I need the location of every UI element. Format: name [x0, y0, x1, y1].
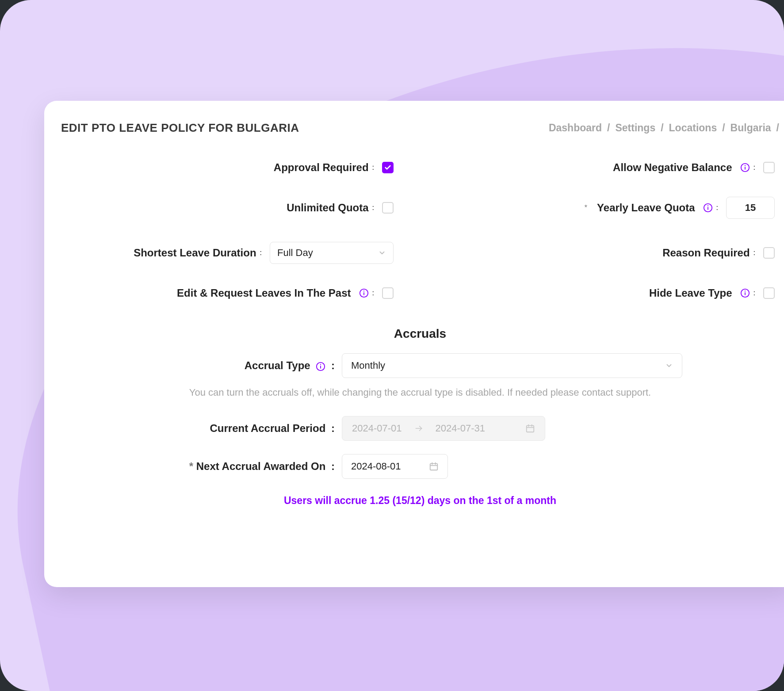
field-current-accrual-period: Current Accrual Period : 2024-07-01 2024… — [57, 416, 784, 441]
field-allow-negative: Allow Negative Balance : — [447, 161, 775, 174]
field-shortest-duration: Shortest Leave Duration : Full Day — [65, 242, 394, 264]
chevron-down-icon — [665, 362, 673, 370]
checkbox-approval-required[interactable] — [382, 162, 394, 173]
colon: : — [716, 204, 718, 212]
required-marker: * — [189, 460, 193, 472]
colon: : — [260, 249, 262, 257]
field-accrual-type: Accrual Type : Monthly — [57, 353, 784, 378]
svg-rect-20 — [430, 464, 438, 470]
calendar-icon — [525, 424, 535, 433]
svg-point-11 — [744, 290, 745, 291]
checkbox-allow-negative[interactable] — [763, 162, 775, 173]
svg-rect-16 — [527, 426, 534, 432]
colon: : — [753, 249, 755, 257]
field-edit-past: Edit & Request Leaves In The Past : — [65, 287, 394, 299]
breadcrumb-separator: / — [661, 122, 663, 134]
accrual-note: You can turn the accruals off, while cha… — [155, 387, 685, 398]
colon: : — [372, 204, 374, 212]
label-hide-leave-type: Hide Leave Type — [649, 287, 732, 299]
label-current-accrual-period-text: Current Accrual Period — [210, 422, 325, 434]
breadcrumb-separator: / — [722, 122, 725, 134]
checkbox-reason-required[interactable] — [763, 247, 775, 259]
field-approval-required: Approval Required : — [65, 161, 394, 174]
main-panel: EDIT PTO LEAVE POLICY FOR BULGARIA Dashb… — [44, 101, 784, 587]
svg-point-8 — [363, 290, 364, 291]
checkbox-hide-leave-type[interactable] — [763, 287, 775, 299]
background-card: EDIT PTO LEAVE POLICY FOR BULGARIA Dashb… — [0, 0, 784, 691]
date-next-accrual-value: 2024-08-01 — [351, 461, 401, 472]
input-yearly-quota[interactable]: 15 — [726, 197, 775, 219]
label-current-accrual-period: Current Accrual Period : — [158, 422, 335, 435]
field-reason-required: Reason Required : — [447, 247, 775, 259]
breadcrumb: Dashboard / Settings / Locations / Bulga… — [549, 122, 779, 134]
label-next-accrual-awarded: * Next Accrual Awarded On : — [158, 460, 335, 473]
label-yearly-quota: Yearly Leave Quota — [597, 202, 695, 214]
accrue-formula-note: Users will accrue 1.25 (15/12) days on t… — [57, 495, 784, 507]
info-icon[interactable] — [316, 362, 325, 371]
select-accrual-type[interactable]: Monthly — [342, 353, 682, 378]
breadcrumb-separator: / — [776, 122, 779, 134]
svg-point-2 — [744, 165, 745, 166]
label-accrual-type: Accrual Type : — [158, 359, 335, 372]
date-next-accrual-awarded[interactable]: 2024-08-01 — [342, 454, 448, 479]
chevron-down-icon — [378, 249, 386, 257]
colon: : — [753, 164, 755, 172]
label-next-accrual-awarded-text: Next Accrual Awarded On — [196, 460, 326, 472]
info-icon[interactable] — [359, 288, 369, 298]
date-range-current-accrual: 2024-07-01 2024-07-31 — [342, 416, 545, 441]
label-reason-required: Reason Required — [662, 247, 750, 259]
colon: : — [753, 289, 755, 297]
required-marker: * — [585, 204, 587, 212]
breadcrumb-separator: / — [607, 122, 610, 134]
form-grid: Approval Required : Allow Negative Balan… — [57, 161, 784, 299]
checkbox-edit-past[interactable] — [382, 287, 394, 299]
field-unlimited-quota: Unlimited Quota : — [65, 202, 394, 214]
label-unlimited-quota: Unlimited Quota — [287, 202, 368, 214]
label-shortest-duration: Shortest Leave Duration — [134, 247, 256, 259]
label-accrual-type-text: Accrual Type — [245, 359, 310, 371]
date-range-start: 2024-07-01 — [352, 423, 402, 434]
select-shortest-duration[interactable]: Full Day — [270, 242, 394, 264]
svg-point-5 — [707, 205, 708, 206]
check-icon — [384, 164, 391, 171]
field-hide-leave-type: Hide Leave Type : — [447, 287, 775, 299]
svg-point-14 — [320, 364, 321, 365]
label-edit-past: Edit & Request Leaves In The Past — [177, 287, 351, 299]
field-next-accrual-awarded: * Next Accrual Awarded On : 2024-08-01 — [57, 454, 784, 479]
colon: : — [372, 289, 374, 297]
calendar-icon — [429, 462, 439, 471]
info-icon[interactable] — [703, 203, 713, 213]
accruals-section-title: Accruals — [57, 327, 784, 341]
colon: : — [372, 164, 374, 172]
breadcrumb-dashboard[interactable]: Dashboard — [549, 122, 602, 134]
select-accrual-type-value: Monthly — [351, 360, 385, 371]
arrow-right-icon — [414, 424, 423, 433]
breadcrumb-locations[interactable]: Locations — [669, 122, 717, 134]
checkbox-unlimited-quota[interactable] — [382, 202, 394, 214]
select-shortest-duration-value: Full Day — [277, 247, 374, 259]
label-approval-required: Approval Required — [274, 161, 369, 174]
field-yearly-quota: * Yearly Leave Quota : 15 — [447, 197, 775, 219]
breadcrumb-bulgaria[interactable]: Bulgaria — [730, 122, 771, 134]
panel-header: EDIT PTO LEAVE POLICY FOR BULGARIA Dashb… — [57, 121, 784, 161]
label-allow-negative: Allow Negative Balance — [613, 161, 732, 174]
input-yearly-quota-value: 15 — [745, 202, 756, 214]
breadcrumb-settings[interactable]: Settings — [615, 122, 655, 134]
info-icon[interactable] — [740, 163, 750, 172]
page-title: EDIT PTO LEAVE POLICY FOR BULGARIA — [61, 121, 299, 135]
info-icon[interactable] — [740, 288, 750, 298]
date-range-end: 2024-07-31 — [436, 423, 486, 434]
